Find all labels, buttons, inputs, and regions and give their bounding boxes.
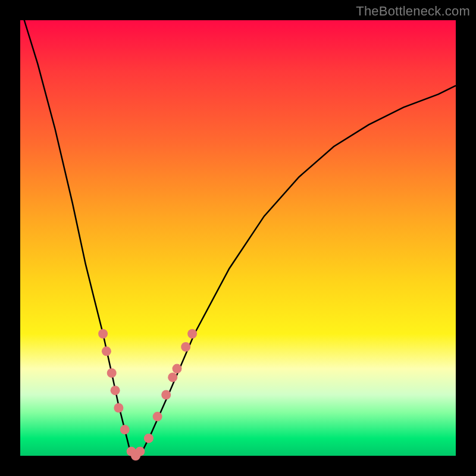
curve-marker — [187, 329, 197, 339]
curve-marker — [102, 346, 111, 356]
curve-marker — [181, 342, 190, 352]
curve-marker — [135, 447, 145, 456]
curve-marker — [107, 368, 117, 378]
curve-marker — [153, 412, 162, 421]
curve-markers — [98, 329, 197, 461]
chart-svg — [20, 20, 456, 456]
curve-marker — [168, 372, 177, 382]
watermark-label: TheBottleneck.com — [356, 4, 470, 19]
curve-marker — [120, 425, 130, 434]
curve-marker — [111, 386, 120, 395]
curve-marker — [173, 364, 182, 374]
curve-marker — [98, 329, 108, 339]
chart-frame: TheBottleneck.com — [0, 0, 476, 476]
curve-marker — [144, 434, 154, 443]
curve-marker — [161, 390, 171, 400]
bottleneck-curve — [20, 7, 456, 456]
curve-marker — [114, 403, 123, 413]
